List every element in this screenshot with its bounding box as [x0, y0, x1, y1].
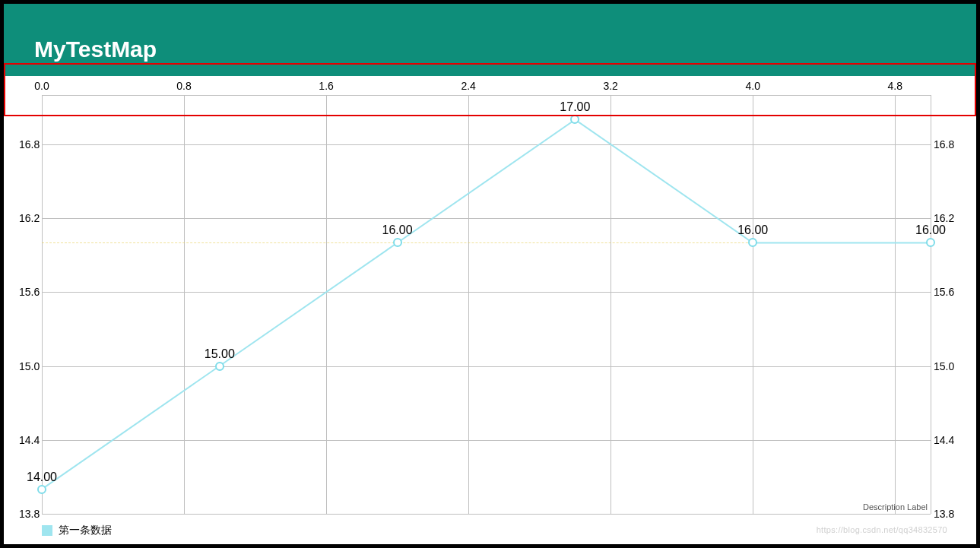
gridline-vertical: [931, 95, 931, 514]
gridline-vertical: [895, 95, 896, 514]
chart-data-point[interactable]: [37, 485, 46, 494]
gridline-vertical: [468, 95, 469, 514]
y-axis-right-tick-label: 15.0: [934, 360, 958, 372]
chart-legend: 第一条数据: [42, 524, 112, 537]
gridline-vertical: [326, 95, 327, 514]
y-axis-left-tick-label: 13.8: [19, 508, 39, 520]
chart-data-point[interactable]: [570, 115, 579, 124]
gridline-horizontal: [42, 440, 931, 441]
y-axis-right-tick-label: 14.4: [934, 434, 958, 446]
gridline-vertical: [611, 95, 611, 514]
gridline-vertical: [184, 95, 185, 514]
chart-limit-line: [42, 242, 931, 243]
y-axis-right-tick-label: 15.6: [934, 286, 958, 298]
gridline-horizontal: [42, 292, 931, 293]
x-axis-tick-label: 2.4: [461, 80, 475, 92]
x-axis-tick-label: 0.0: [34, 80, 49, 92]
watermark-text: https://blog.csdn.net/qq34832570: [817, 525, 947, 534]
y-axis-right-tick-label: 13.8: [934, 508, 958, 520]
gridline-horizontal: [42, 218, 931, 219]
chart-data-label: 16.00: [382, 223, 413, 237]
y-axis-left-tick-label: 15.6: [19, 286, 39, 298]
chart-data-point[interactable]: [393, 238, 402, 247]
y-axis-left-tick-label: 16.2: [19, 212, 39, 224]
app-bar: MyTestMap: [4, 4, 976, 76]
y-axis-left-tick-label: 15.0: [19, 360, 39, 372]
chart-area[interactable]: 0.00.81.62.43.24.04.813.813.814.414.415.…: [19, 76, 961, 540]
chart-data-point[interactable]: [215, 362, 224, 371]
gridline-vertical: [42, 95, 43, 514]
gridline-horizontal: [42, 366, 931, 367]
chart-data-label: 15.00: [205, 347, 235, 360]
chart-plot: 0.00.81.62.43.24.04.813.813.814.414.415.…: [42, 95, 931, 514]
chart-line-series: [42, 95, 931, 514]
y-axis-right-tick-label: 16.2: [934, 212, 958, 224]
legend-label: 第一条数据: [59, 524, 112, 537]
chart-data-point[interactable]: [926, 238, 935, 247]
chart-description-label: Description Label: [863, 502, 928, 512]
gridline-vertical: [753, 95, 753, 514]
chart-data-label: 16.00: [737, 223, 768, 237]
gridline-horizontal: [42, 144, 931, 145]
x-axis-tick-label: 0.8: [176, 80, 191, 92]
x-axis-tick-label: 3.2: [603, 80, 617, 92]
gridline-horizontal: [42, 514, 931, 515]
gridline-horizontal: [42, 95, 931, 96]
chart-data-point[interactable]: [748, 238, 757, 247]
y-axis-right-tick-label: 16.8: [934, 138, 958, 150]
x-axis-tick-label: 4.8: [888, 80, 902, 92]
app-title: MyTestMap: [34, 36, 157, 62]
y-axis-left-tick-label: 16.8: [19, 138, 39, 150]
chart-data-label: 14.00: [27, 470, 57, 483]
y-axis-left-tick-label: 14.4: [19, 434, 39, 446]
chart-data-label: 16.00: [915, 223, 946, 237]
x-axis-tick-label: 1.6: [319, 80, 333, 92]
chart-data-label: 17.00: [560, 100, 590, 114]
x-axis-tick-label: 4.0: [745, 80, 760, 92]
legend-swatch: [42, 525, 52, 536]
